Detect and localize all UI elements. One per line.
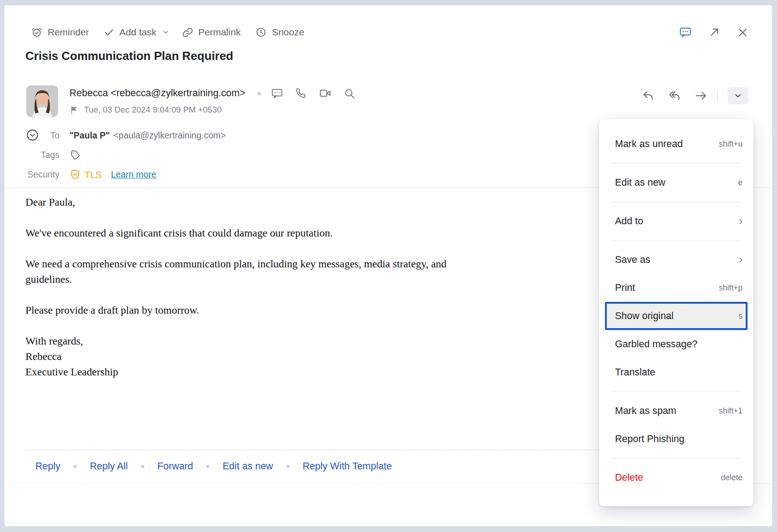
menu-item-garbled-message[interactable]: Garbled message? xyxy=(599,330,753,358)
add-task-button[interactable]: Add task xyxy=(103,27,157,38)
menu-item-add-to[interactable]: Add to › xyxy=(599,207,753,235)
reply-all-link[interactable]: Reply All xyxy=(90,461,128,472)
security-protocol: TLS xyxy=(84,169,102,180)
snooze-label: Snooze xyxy=(272,27,304,38)
menu-shortcut: delete xyxy=(721,473,743,483)
menu-item-edit-as-new[interactable]: Edit as new e xyxy=(599,168,753,197)
menu-item-delete[interactable]: Delete delete xyxy=(599,463,753,492)
chat-icon[interactable] xyxy=(271,87,283,99)
menu-item-label: Show original xyxy=(615,310,674,322)
menu-item-show-original[interactable]: Show original s xyxy=(605,302,747,330)
menu-divider xyxy=(612,240,741,241)
presence-dot xyxy=(257,92,261,95)
snooze-button[interactable]: Snooze xyxy=(255,26,304,38)
menu-divider xyxy=(612,391,741,392)
menu-item-save-as[interactable]: Save as › xyxy=(599,246,753,274)
menu-shortcut: shift+u xyxy=(719,139,743,149)
recipient-email[interactable]: <paula@zylkertraining.com> xyxy=(113,130,226,141)
menu-item-print[interactable]: Print shift+p xyxy=(599,274,753,302)
separator-dot xyxy=(74,465,77,468)
tag-icon[interactable] xyxy=(69,149,81,161)
link-icon xyxy=(182,27,193,38)
submenu-arrow-icon: › xyxy=(739,216,743,227)
menu-item-label: Save as xyxy=(615,254,650,266)
reply-link[interactable]: Reply xyxy=(35,461,60,472)
reminder-label: Reminder xyxy=(48,27,89,38)
menu-item-label: Mark as spam xyxy=(615,405,676,417)
menu-item-label: Mark as unread xyxy=(615,138,683,150)
message-header: Rebecca <rebecca@zylkertraining.com> xyxy=(26,85,748,117)
menu-shortcut: shift+1 xyxy=(719,406,743,416)
forward-link[interactable]: Forward xyxy=(157,461,193,472)
menu-item-translate[interactable]: Translate xyxy=(599,358,753,386)
phone-icon[interactable] xyxy=(295,88,307,99)
open-in-new-window-icon[interactable] xyxy=(709,27,720,38)
menu-item-label: Edit as new xyxy=(615,177,665,188)
forward-icon[interactable] xyxy=(694,89,707,102)
menu-item-label: Delete xyxy=(615,472,643,483)
menu-item-report-phishing[interactable]: Report Phishing xyxy=(599,425,753,453)
menu-item-mark-as-spam[interactable]: Mark as spam shift+1 xyxy=(599,397,753,425)
tags-label: Tags xyxy=(5,150,59,160)
more-actions-menu: Mark as unread shift+u Edit as new e Add… xyxy=(599,119,753,506)
menu-item-label: Print xyxy=(615,282,635,294)
menu-divider xyxy=(612,458,741,458)
menu-shortcut: e xyxy=(738,178,743,187)
shield-check-icon xyxy=(69,169,81,180)
alarm-icon xyxy=(31,26,43,38)
menu-divider xyxy=(612,202,741,202)
reply-all-icon[interactable] xyxy=(668,89,681,102)
reminder-button[interactable]: Reminder xyxy=(31,26,89,38)
add-task-dropdown-chevron-icon[interactable] xyxy=(162,29,169,36)
more-actions-chevron-button[interactable] xyxy=(728,87,748,104)
add-task-label: Add task xyxy=(119,27,157,38)
separator-dot xyxy=(286,465,290,468)
separator-dot xyxy=(206,465,209,468)
menu-item-label: Garbled message? xyxy=(615,339,698,350)
separator-dot xyxy=(141,465,144,468)
learn-more-link[interactable]: Learn more xyxy=(111,169,157,180)
clock-icon xyxy=(255,26,267,38)
submenu-arrow-icon: › xyxy=(739,254,743,265)
actions-divider xyxy=(717,89,718,102)
menu-divider xyxy=(612,163,741,163)
flag-icon[interactable] xyxy=(69,105,79,115)
search-icon[interactable] xyxy=(344,88,355,99)
recipient-name[interactable]: "Paula P" xyxy=(69,130,110,141)
collapse-header-chevron-icon[interactable] xyxy=(26,129,39,141)
video-call-icon[interactable] xyxy=(319,87,331,99)
edit-as-new-link[interactable]: Edit as new xyxy=(222,461,273,472)
message-date: Tue, 03 Dec 2024 9:04:09 PM +0530 xyxy=(84,105,221,115)
security-label: Security xyxy=(5,169,59,180)
reply-icon[interactable] xyxy=(642,89,654,102)
email-subject: Crisis Communication Plan Required xyxy=(25,49,748,63)
menu-item-label: Report Phishing xyxy=(615,433,684,445)
message-toolbar: Reminder Add task Permalink Snooze xyxy=(31,23,748,41)
permalink-label: Permalink xyxy=(198,27,241,38)
permalink-button[interactable]: Permalink xyxy=(182,27,241,38)
menu-shortcut: s xyxy=(738,311,743,321)
reply-with-template-link[interactable]: Reply With Template xyxy=(303,461,392,472)
check-icon xyxy=(103,27,114,38)
menu-item-mark-as-unread[interactable]: Mark as unread shift+u xyxy=(599,130,753,158)
menu-item-label: Add to xyxy=(615,216,643,227)
menu-shortcut: shift+p xyxy=(719,283,743,293)
comments-icon[interactable] xyxy=(679,26,692,39)
menu-item-label: Translate xyxy=(615,367,655,378)
sender-avatar[interactable] xyxy=(26,85,58,117)
close-icon[interactable] xyxy=(737,27,748,38)
sender-name-email[interactable]: Rebecca <rebecca@zylkertraining.com> xyxy=(69,88,246,99)
